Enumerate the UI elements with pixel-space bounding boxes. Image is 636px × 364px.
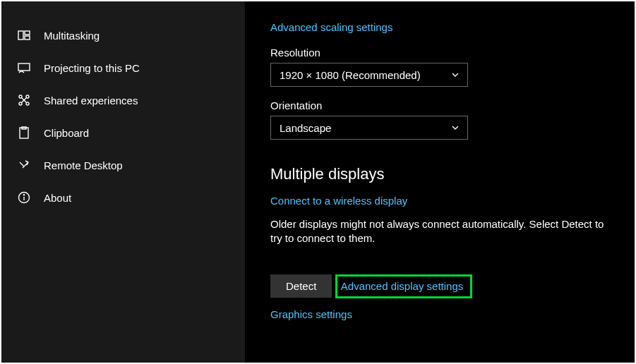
- svg-point-4: [19, 95, 22, 98]
- sidebar-item-about[interactable]: About: [1, 181, 245, 214]
- sidebar-item-label: Remote Desktop: [44, 159, 123, 171]
- chevron-down-icon: [450, 123, 460, 133]
- settings-window: Multitasking Projecting to this PC: [0, 0, 636, 364]
- resolution-value: 1920 × 1080 (Recommended): [280, 69, 421, 81]
- detect-button[interactable]: Detect: [270, 274, 332, 298]
- sidebar-item-label: Shared experiences: [44, 95, 138, 107]
- multiple-displays-header: Multiple displays: [270, 165, 609, 183]
- remote-desktop-icon: [17, 158, 31, 172]
- svg-rect-1: [25, 31, 30, 35]
- svg-point-7: [26, 102, 29, 105]
- multiple-displays-description: Older displays might not always connect …: [270, 217, 609, 246]
- multitasking-icon: [17, 28, 31, 42]
- sidebar-item-label: About: [44, 192, 71, 204]
- svg-point-14: [23, 195, 24, 195]
- advanced-scaling-link[interactable]: Advanced scaling settings: [270, 21, 392, 33]
- svg-rect-3: [18, 63, 30, 71]
- advanced-display-link[interactable]: Advanced display settings: [341, 280, 463, 292]
- clipboard-icon: [17, 126, 31, 140]
- svg-point-5: [26, 95, 29, 98]
- sidebar-item-multitasking[interactable]: Multitasking: [1, 19, 245, 51]
- sidebar-item-remote-desktop[interactable]: Remote Desktop: [1, 149, 245, 181]
- connect-wireless-link[interactable]: Connect to a wireless display: [270, 195, 407, 207]
- graphics-settings-link[interactable]: Graphics settings: [270, 308, 352, 320]
- orientation-label: Orientation: [270, 99, 609, 111]
- orientation-value: Landscape: [280, 122, 331, 134]
- resolution-label: Resolution: [270, 47, 609, 59]
- sidebar-item-shared-experiences[interactable]: Shared experiences: [1, 84, 245, 116]
- chevron-down-icon: [450, 70, 460, 80]
- sidebar-item-clipboard[interactable]: Clipboard: [1, 116, 245, 149]
- svg-rect-0: [18, 31, 23, 40]
- svg-rect-2: [25, 36, 30, 40]
- main-content: Advanced scaling settings Resolution 192…: [245, 1, 635, 363]
- svg-point-6: [19, 102, 22, 105]
- orientation-select[interactable]: Landscape: [270, 116, 468, 140]
- sidebar-item-projecting[interactable]: Projecting to this PC: [1, 51, 245, 84]
- sidebar-item-label: Clipboard: [44, 127, 89, 139]
- shared-experiences-icon: [17, 93, 31, 107]
- resolution-select[interactable]: 1920 × 1080 (Recommended): [270, 63, 468, 87]
- sidebar: Multitasking Projecting to this PC: [1, 1, 245, 363]
- projecting-icon: [17, 61, 31, 75]
- sidebar-item-label: Projecting to this PC: [44, 62, 140, 74]
- highlight-annotation: Advanced display settings: [335, 274, 472, 298]
- sidebar-item-label: Multitasking: [44, 30, 100, 42]
- about-icon: [17, 190, 31, 205]
